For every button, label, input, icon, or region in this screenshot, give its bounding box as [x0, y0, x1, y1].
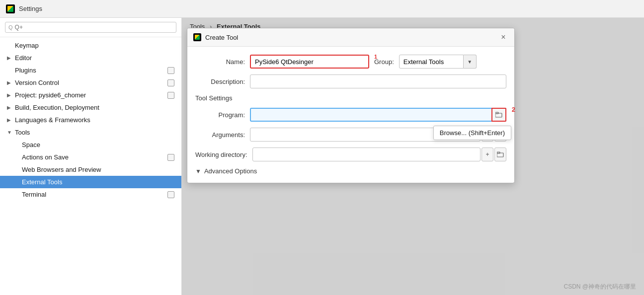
working-dir-input-wrapper: + — [252, 148, 506, 161]
sidebar-item-label: Keymap — [15, 42, 174, 49]
create-tool-dialog: Create Tool × Name: 1 Group: — [187, 28, 515, 183]
program-input[interactable] — [250, 108, 506, 122]
watermark: CSDN @神奇的代码在哪里 — [564, 283, 636, 291]
sidebar-items-list: Keymap ▶ Editor Plugins ▶ Version Contro… — [0, 37, 181, 295]
sidebar: Q Keymap ▶ Editor Plugins ▶ — [0, 18, 182, 295]
advanced-options-label: Advanced Options — [204, 167, 257, 175]
advanced-expand-icon[interactable]: ▼ — [195, 168, 201, 175]
search-wrapper[interactable]: Q — [5, 22, 176, 33]
sidebar-item-label: Terminal — [22, 191, 167, 198]
sidebar-item-keymap[interactable]: Keymap — [0, 39, 181, 52]
search-bar: Q — [0, 18, 181, 37]
sidebar-item-tools[interactable]: ▼ Tools — [0, 126, 181, 139]
title-bar: Settings — [0, 0, 644, 18]
advanced-options-section: ▼ Advanced Options — [195, 167, 506, 175]
sidebar-item-version-control[interactable]: ▶ Version Control — [0, 76, 181, 89]
sidebar-item-external-tools[interactable]: External Tools — [0, 176, 181, 188]
group-dropdown-button[interactable]: ▼ — [464, 55, 477, 69]
icon-square — [167, 67, 174, 74]
working-dir-label: Working directory: — [195, 151, 247, 158]
sidebar-item-label: Build, Execution, Deployment — [15, 104, 174, 111]
sidebar-item-editor[interactable]: ▶ Editor — [0, 52, 181, 64]
sidebar-item-actions-on-save[interactable]: Actions on Save — [0, 151, 181, 163]
sidebar-item-label: Tools — [15, 129, 174, 136]
working-dir-input[interactable] — [252, 148, 481, 161]
browse-tooltip: Browse... (Shift+Enter) — [433, 126, 511, 140]
icon-square — [167, 154, 174, 161]
description-label: Description: — [195, 78, 245, 85]
expand-icon: ▶ — [7, 55, 13, 61]
expand-icon: ▶ — [7, 117, 13, 123]
icon-square — [167, 92, 174, 99]
working-dir-browse-button[interactable] — [494, 148, 506, 161]
sidebar-item-build[interactable]: ▶ Build, Execution, Deployment — [0, 101, 181, 114]
sidebar-item-plugins[interactable]: Plugins — [0, 64, 181, 76]
group-input[interactable] — [399, 55, 464, 69]
arguments-label: Arguments: — [195, 131, 245, 139]
expand-icon: ▶ — [7, 80, 13, 85]
sidebar-item-label: Languages & Frameworks — [15, 116, 174, 124]
sidebar-item-label: Editor — [15, 54, 174, 62]
expand-icon: ▶ — [7, 92, 13, 98]
dialog-close-button[interactable]: × — [498, 32, 508, 42]
sidebar-item-label: Plugins — [15, 67, 167, 74]
working-dir-row: Working directory: + — [195, 148, 506, 161]
sidebar-item-space[interactable]: Space — [0, 139, 181, 151]
dialog-title-bar: Create Tool × — [187, 28, 514, 47]
title-bar-text: Settings — [19, 5, 42, 12]
name-group-row: Name: 1 Group: ▼ — [195, 55, 506, 69]
description-input[interactable] — [250, 74, 506, 88]
sidebar-item-languages[interactable]: ▶ Languages & Frameworks — [0, 114, 181, 126]
dialog-overlay: Create Tool × Name: 1 Group: — [182, 18, 644, 295]
dialog-logo — [193, 33, 201, 41]
sidebar-item-project[interactable]: ▶ Project: pyside6_chomer — [0, 89, 181, 101]
search-input[interactable] — [15, 24, 173, 31]
icon-square — [167, 191, 174, 198]
sidebar-item-label: Actions on Save — [22, 153, 167, 161]
tool-settings-title: Tool Settings — [195, 94, 506, 102]
expand-icon: ▶ — [7, 105, 13, 110]
search-icon: Q — [8, 24, 13, 30]
name-input[interactable] — [250, 55, 369, 69]
name-label: Name: — [195, 58, 245, 66]
sidebar-item-web-browsers[interactable]: Web Browsers and Preview — [0, 163, 181, 176]
sidebar-item-label: Space — [22, 141, 174, 148]
description-row: Description: — [195, 74, 506, 88]
content-area: Tools › External Tools + − ✎ ▲ ▼ ❐ Creat… — [182, 18, 644, 295]
program-label: Program: — [195, 111, 245, 119]
program-input-wrapper: 2 Browse... (Shift+Enter) — [250, 108, 506, 122]
icon-square — [167, 79, 174, 86]
sidebar-item-label: Web Browsers and Preview — [22, 166, 174, 173]
dialog-body: Name: 1 Group: ▼ Description: — [187, 47, 514, 183]
dialog-title-text: Create Tool — [205, 34, 498, 41]
sidebar-item-label: Version Control — [15, 79, 167, 86]
group-combo: ▼ — [399, 55, 477, 69]
sidebar-item-label: External Tools — [22, 178, 174, 186]
working-dir-add-button[interactable]: + — [482, 148, 493, 161]
app-logo — [6, 4, 15, 13]
program-row: Program: 2 Browse... (Shift — [195, 108, 506, 122]
badge-1: 1 — [374, 54, 377, 60]
sidebar-item-label: Project: pyside6_chomer — [15, 91, 167, 99]
badge-2: 2 — [512, 106, 515, 113]
expand-icon: ▼ — [7, 130, 13, 135]
program-browse-button[interactable] — [491, 108, 506, 122]
sidebar-item-terminal[interactable]: Terminal — [0, 188, 181, 201]
